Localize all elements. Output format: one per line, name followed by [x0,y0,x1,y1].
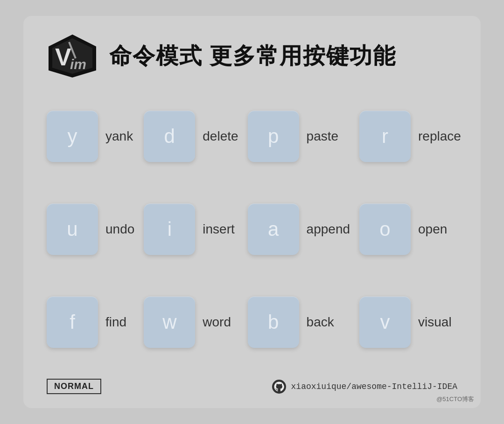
key-label: find [105,315,126,330]
key-item: vvisual [359,284,461,360]
key-cap: a [248,204,299,255]
key-item: uundo [47,191,134,267]
key-cap: b [248,297,299,348]
key-item: yyank [47,98,134,174]
key-item: wword [144,284,238,360]
main-card: V im 命令模式 更多常用按键功能 yyankddeleteppasterre… [23,16,481,408]
keys-grid: yyankddeleteppasterreplaceuundoiinsertaa… [47,98,457,360]
key-label: paste [307,129,339,144]
key-item: bback [248,284,350,360]
key-item: aappend [248,191,350,267]
key-cap: u [47,204,98,255]
key-label: yank [105,129,133,144]
svg-text:im: im [70,57,86,72]
footer: NORMAL xiaoxiuique/awesome-IntelliJ-IDEA [47,379,457,394]
github-info: xiaoxiuique/awesome-IntelliJ-IDEA [272,379,457,394]
header-title: 命令模式 更多常用按键功能 [109,41,396,71]
key-cap: y [47,111,98,162]
key-cap: d [144,111,195,162]
key-label: word [203,315,231,330]
key-cap: v [359,297,411,348]
key-label: delete [203,129,238,144]
key-item: ddelete [144,98,238,174]
key-label: replace [418,129,461,144]
svg-text:V: V [55,43,71,71]
key-item: ppaste [248,98,350,174]
key-label: undo [105,222,134,237]
key-cap: o [359,204,411,255]
key-cap: p [248,111,299,162]
key-item: iinsert [144,191,238,267]
watermark: @51CTO博客 [436,395,474,403]
header: V im 命令模式 更多常用按键功能 [47,33,457,79]
key-label: back [307,315,334,330]
github-icon [272,379,287,394]
key-label: insert [203,222,234,237]
key-item: ffind [47,284,134,360]
key-cap: i [144,204,195,255]
key-cap: f [47,297,98,348]
key-label: visual [418,315,452,330]
key-cap: w [144,297,195,348]
key-label: open [418,222,447,237]
key-item: rreplace [359,98,461,174]
github-text: xiaoxiuique/awesome-IntelliJ-IDEA [291,382,457,391]
key-label: append [307,222,350,237]
vim-logo: V im [47,33,98,79]
normal-badge: NORMAL [47,379,101,394]
key-item: oopen [359,191,461,267]
key-cap: r [359,111,411,162]
